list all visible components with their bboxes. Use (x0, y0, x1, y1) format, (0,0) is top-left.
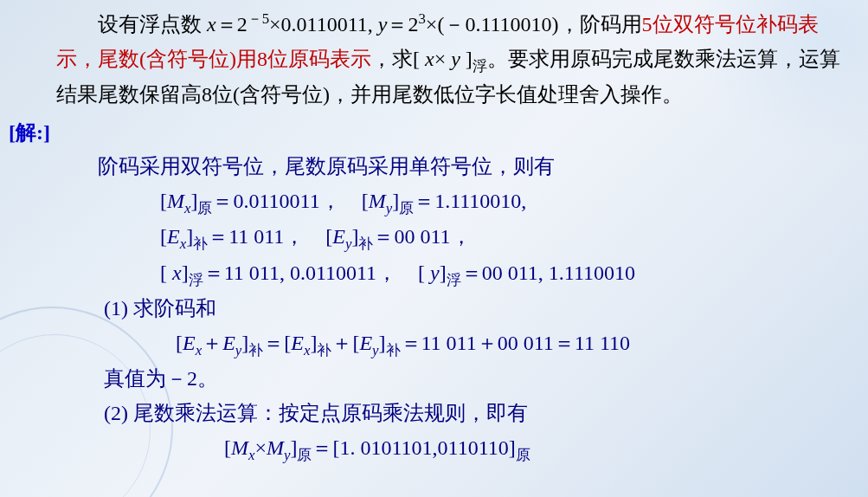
bracket: [ (160, 225, 167, 248)
step1-formula: [Ex＋Ey]补＝[Ex]补＋[Ey]补＝11 011＋00 011＝11 11… (56, 326, 851, 363)
operator: ＋ (202, 332, 222, 354)
subscript: 原 (297, 446, 312, 462)
var-M: M (167, 190, 184, 212)
subscript: 补 (386, 342, 401, 358)
var-y: y (378, 13, 388, 36)
bracket: [ (160, 190, 167, 212)
step2-formula: [Mx×My]原＝[1. 0101101,0110110]原 (56, 431, 851, 468)
value: ＝0.0110011， (212, 190, 340, 212)
subscript: 补 (358, 236, 373, 252)
xf-yf-line: [ x]浮＝11 011, 0.0110011， [ y]浮＝00 011, 1… (56, 256, 851, 293)
value: ＝1.1110010, (414, 190, 526, 212)
bracket: [ (362, 190, 369, 212)
var-y: y (430, 261, 440, 284)
problem-text: ×0.0110011, (269, 13, 378, 36)
var-M: M (231, 436, 248, 459)
bracket: ] (440, 261, 447, 284)
solution-intro: 阶码采用双符号位，尾数原码采用单符号位，则有 (56, 150, 851, 184)
bracket: ] (392, 190, 399, 212)
value: ＝11 011， (208, 225, 305, 248)
var-E: E (222, 332, 235, 354)
subscript: y (386, 200, 392, 216)
bracket: [ (160, 261, 172, 284)
exponent: －5 (248, 10, 269, 27)
var-E: E (332, 225, 345, 248)
problem-text: ×(－0.1110010)，阶码用 (426, 13, 642, 36)
operator: × (254, 436, 267, 459)
problem-text: ] (460, 48, 473, 70)
bracket: [ (418, 261, 430, 284)
subscript: 补 (248, 342, 263, 358)
subscript: 浮 (473, 57, 487, 74)
problem-text: 设有浮点数 (98, 13, 207, 36)
step2-title: (2) 尾数乘法运算：按定点原码乘法规则，即有 (56, 397, 851, 431)
step1-result: 真值为－2。 (56, 362, 851, 397)
var-x: x (425, 48, 434, 70)
var-E: E (359, 332, 372, 354)
bracket: ] (186, 225, 193, 248)
var-x: x (207, 13, 216, 36)
bracket: [ (224, 436, 231, 459)
subscript: y (372, 342, 378, 358)
var-x: x (172, 261, 182, 284)
subscript: x (196, 342, 202, 358)
text: ＋[ (331, 332, 359, 354)
problem-text: ＝2 (387, 13, 418, 36)
var-M: M (369, 190, 386, 212)
problem-text: ，求[ (371, 48, 425, 70)
subscript: 原 (516, 446, 530, 462)
value: ＝00 011， (373, 225, 471, 248)
subscript: 原 (197, 200, 212, 216)
bracket: ] (182, 261, 189, 284)
subscript: 补 (193, 236, 208, 252)
slide-content: 设有浮点数 x＝2－5×0.0110011, y＝23×(－0.1110010)… (9, 7, 851, 467)
subscript: 原 (399, 200, 414, 216)
solution-label: [解:] (9, 116, 851, 151)
var-E: E (291, 332, 304, 354)
solution-body: 阶码采用双符号位，尾数原码采用单符号位，则有 [Mx]原＝0.0110011， … (9, 150, 851, 467)
subscript: 浮 (447, 272, 461, 288)
bracket: ] (379, 332, 386, 354)
value: ＝00 011, 1.1110010 (461, 261, 635, 284)
mx-my-line: [Mx]原＝0.0110011， [My]原＝1.1110010, (56, 184, 851, 221)
var-E: E (167, 225, 180, 248)
ex-ey-line: [Ex]补＝11 011， [Ey]补＝00 011， (56, 220, 851, 256)
text: ＝[ (263, 332, 291, 354)
subscript: x (180, 236, 186, 252)
bracket: [ (176, 332, 183, 354)
var-M: M (267, 436, 284, 459)
value: ＝[1. 0101101,0110110] (312, 436, 515, 459)
exponent: 3 (418, 10, 425, 27)
step1-title: (1) 求阶码和 (56, 292, 851, 326)
value: ＝11 011, 0.0110011， (203, 261, 397, 284)
value: ＝11 011＋00 011＝11 110 (401, 332, 631, 354)
subscript: 浮 (189, 272, 203, 288)
subscript: 补 (317, 342, 331, 358)
var-E: E (183, 332, 196, 354)
problem-text: ＝2 (216, 13, 248, 36)
problem-statement: 设有浮点数 x＝2－5×0.0110011, y＝23×(－0.1110010)… (9, 7, 851, 113)
var-y: y (451, 48, 460, 70)
problem-text: × (434, 48, 452, 70)
